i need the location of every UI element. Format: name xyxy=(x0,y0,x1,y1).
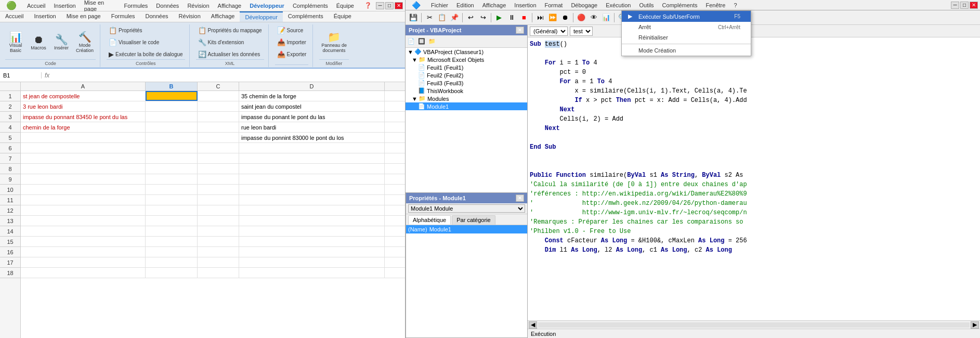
tab-donnees[interactable]: Données xyxy=(140,11,174,22)
cell-1-D[interactable]: 35 chemin de la forge xyxy=(239,91,385,101)
code-procedure-select[interactable]: test xyxy=(570,27,593,36)
code-general-select[interactable]: (Général) xyxy=(530,27,568,36)
tab-alphabetique[interactable]: Alphabétique xyxy=(408,215,451,225)
excel-menu-accueil[interactable]: Accueil xyxy=(23,2,49,10)
toolbar-paste-btn[interactable]: 📌 xyxy=(449,12,460,23)
toolbar-breakpoint-btn[interactable]: 🔴 xyxy=(576,12,587,23)
cell-16-D[interactable] xyxy=(239,247,385,257)
cell-11-B[interactable] xyxy=(146,195,198,205)
project-view-code-btn[interactable]: 📄 xyxy=(407,37,416,46)
tab-complements[interactable]: Compléments xyxy=(283,11,329,22)
col-header-c[interactable]: C xyxy=(198,82,239,90)
vba-menu-insertion[interactable]: Insertion xyxy=(510,1,540,9)
toolbar-stepout-btn[interactable]: ⏺ xyxy=(559,12,571,23)
cell-15-C[interactable] xyxy=(198,237,239,246)
cell-16-A[interactable] xyxy=(21,247,146,257)
cell-7-A[interactable] xyxy=(21,153,146,163)
cell-13-A[interactable] xyxy=(21,216,146,226)
cell-12-B[interactable] xyxy=(146,205,198,215)
cell-7-C[interactable] xyxy=(198,153,239,163)
cell-17-A[interactable] xyxy=(21,257,146,267)
cell-15-A[interactable] xyxy=(21,237,146,246)
toolbar-redo-btn[interactable]: ↪ xyxy=(477,12,489,23)
scroll-left-btn[interactable]: ◀ xyxy=(529,321,537,329)
cell-3-D[interactable]: impasse du ponant le pont du las xyxy=(239,112,385,122)
cell-2-C[interactable] xyxy=(198,101,239,111)
cell-16-C[interactable] xyxy=(198,247,239,257)
vba-close-btn[interactable]: ✕ xyxy=(970,2,978,9)
cell-9-C[interactable] xyxy=(198,174,239,184)
btn-actualiser-donnees[interactable]: 🔄 Actualiser les données xyxy=(196,49,263,59)
cell-13-B[interactable] xyxy=(146,216,198,226)
vba-menu-affichage[interactable]: Affichage xyxy=(478,1,511,9)
project-excel-objects-group[interactable]: ▼ 📁 Microsoft Excel Objets xyxy=(406,56,527,63)
cell-9-B[interactable] xyxy=(146,174,198,184)
formula-input[interactable] xyxy=(53,72,405,79)
cell-5-A[interactable] xyxy=(21,133,146,142)
props-panel-close[interactable]: ✕ xyxy=(516,194,524,202)
toolbar-step-btn[interactable]: ⏭ xyxy=(534,12,546,23)
excel-close-btn[interactable]: ✕ xyxy=(395,2,403,9)
excel-menu-revision[interactable]: Révision xyxy=(183,2,213,10)
cell-16-B[interactable] xyxy=(146,247,198,257)
cell-reference[interactable]: B1 xyxy=(0,72,42,79)
cell-8-A[interactable] xyxy=(21,164,146,174)
cell-4-A[interactable]: chemin de la forge xyxy=(21,122,146,132)
menu-executer-sub[interactable]: ▶ Exécuter Sub/UserForm F5 xyxy=(622,11,751,22)
vba-menu-edition[interactable]: Edition xyxy=(452,1,478,9)
btn-inserer[interactable]: 🔧 Insérer xyxy=(51,33,72,51)
cell-8-D[interactable] xyxy=(239,164,385,174)
project-panel-close[interactable]: ✕ xyxy=(516,27,524,34)
cell-6-D[interactable] xyxy=(239,143,385,153)
scroll-right-btn[interactable]: ▶ xyxy=(971,321,979,329)
btn-proprietes-mappage[interactable]: 📋 Propriétés du mappage xyxy=(196,25,264,35)
cell-15-D[interactable] xyxy=(239,237,385,246)
cell-18-A[interactable] xyxy=(21,268,146,278)
tab-equipe[interactable]: Équipe xyxy=(329,11,357,22)
cell-3-B[interactable] xyxy=(146,112,198,122)
cell-1-B[interactable] xyxy=(146,91,198,101)
project-modules-group[interactable]: ▼ 📁 Modules xyxy=(406,95,527,102)
cell-18-D[interactable] xyxy=(239,268,385,278)
btn-exporter[interactable]: 📤 Exporter xyxy=(275,49,309,59)
btn-importer[interactable]: 📥 Importer xyxy=(275,37,308,47)
vba-menu-outils[interactable]: Outils xyxy=(635,1,658,9)
toolbar-stepover-btn[interactable]: ⏩ xyxy=(547,12,558,23)
toolbar-run-btn[interactable]: ▶ xyxy=(493,12,505,23)
project-module1[interactable]: 📄 Module1 xyxy=(406,102,527,110)
vba-menu-fenetre[interactable]: Fenêtre xyxy=(701,1,729,9)
tab-affichage[interactable]: Affichage xyxy=(206,11,240,22)
cell-17-C[interactable] xyxy=(198,257,239,267)
menu-arret[interactable]: Arrêt Ctrl+Arrêt xyxy=(622,22,751,32)
project-thisworkbook[interactable]: 📘 ThisWorkbook xyxy=(406,87,527,95)
cell-6-B[interactable] xyxy=(146,143,198,153)
vba-menu-debogage[interactable]: Débogage xyxy=(567,1,602,9)
excel-menu-insertion[interactable]: Insertion xyxy=(49,2,80,10)
cell-3-A[interactable]: impasse du ponnant 83450 le pont du las xyxy=(21,112,146,122)
vba-menu-format[interactable]: Format xyxy=(541,1,567,9)
toolbar-copy-btn[interactable]: 📋 xyxy=(436,12,448,23)
cell-13-C[interactable] xyxy=(198,216,239,226)
toolbar-cut-btn[interactable]: ✂ xyxy=(424,12,435,23)
vba-menu-execution[interactable]: Exécution xyxy=(602,1,635,9)
cell-7-B[interactable] xyxy=(146,153,198,163)
cell-9-A[interactable] xyxy=(21,174,146,184)
tab-accueil[interactable]: Accueil xyxy=(0,11,29,22)
excel-menu-developpeur[interactable]: Développeur xyxy=(245,2,289,10)
excel-menu-complements[interactable]: Compléments xyxy=(289,2,332,10)
cell-2-A[interactable]: 3 rue leon bardi xyxy=(21,101,146,111)
btn-proprietes[interactable]: 📋 Propriétés xyxy=(107,25,145,35)
cell-5-B[interactable] xyxy=(146,133,198,142)
btn-executer-boite[interactable]: ▶ Exécuter la boîte de dialogue xyxy=(107,49,185,59)
cell-6-A[interactable] xyxy=(21,143,146,153)
cell-10-A[interactable] xyxy=(21,185,146,194)
cell-1-A[interactable]: st jean de compostelle xyxy=(21,91,146,101)
cell-2-D[interactable]: saint jean du compostel xyxy=(239,101,385,111)
excel-minimize-btn[interactable]: ─ xyxy=(376,2,384,9)
btn-mode-creation[interactable]: 🔨 ModeCréation xyxy=(74,31,96,54)
vba-menu-complements[interactable]: Compléments xyxy=(658,1,702,9)
menu-mode-creation[interactable]: Mode Création xyxy=(622,45,751,56)
excel-help-icon[interactable]: ❓ xyxy=(360,1,376,10)
col-header-a[interactable]: A xyxy=(21,82,146,90)
cell-11-D[interactable] xyxy=(239,195,385,205)
